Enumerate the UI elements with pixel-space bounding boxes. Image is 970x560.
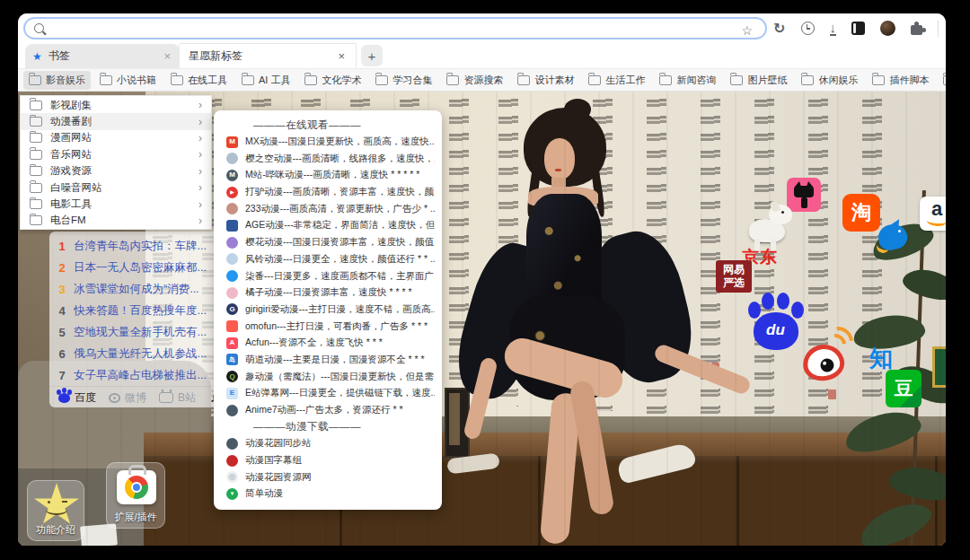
green-board: [932, 346, 946, 388]
bookmark-folder-3[interactable]: AI 工具: [236, 71, 295, 90]
baidu-paw-icon[interactable]: du: [746, 293, 806, 352]
folder-icon: [517, 75, 530, 85]
site-juzi[interactable]: 橘子动漫---日漫资源丰富，速度快 * * * *: [214, 284, 442, 302]
toolbar-divider: [938, 21, 939, 37]
site-ezhan[interactable]: EE站弹幕网---日漫更全，提供磁链下载，速度...: [214, 385, 442, 402]
site-mengdao[interactable]: 岛萌道动漫---主要是日漫，国漫资源不全 * * *: [214, 352, 442, 369]
paw-toe: [762, 293, 774, 310]
douban-char: 豆: [895, 376, 913, 401]
feature-intro-shortcut[interactable]: 功能介绍: [27, 480, 84, 541]
history-icon[interactable]: [801, 22, 815, 35]
new-tab-button[interactable]: +: [361, 45, 383, 66]
bookmark-folder-11[interactable]: 休闲娱乐: [796, 71, 863, 90]
dl-huayuan-res[interactable]: ◎动漫花园资源网: [214, 468, 442, 486]
close-icon[interactable]: ×: [336, 49, 347, 63]
weibo-icon[interactable]: [799, 332, 857, 386]
bookmark-folder-13[interactable]: 探索未知: [938, 71, 946, 90]
site-favicon: E: [226, 388, 238, 399]
woman-face: [544, 138, 575, 179]
bookmark-folder-9[interactable]: 新闻咨询: [654, 71, 721, 90]
hot-source-tabs: 百度 微博 B站 ♪: [49, 386, 225, 408]
tab-baidu[interactable]: 百度: [58, 390, 96, 406]
menu-item-anime[interactable]: 动漫番剧›: [21, 113, 211, 129]
star-wink-eye: [62, 501, 67, 503]
address-bar[interactable]: ☆: [23, 17, 767, 39]
site-233[interactable]: 233动漫---画质高清，资源更新快，广告少 * ...: [214, 200, 442, 217]
profile-avatar[interactable]: [880, 21, 895, 36]
bookmark-star-icon[interactable]: ☆: [741, 23, 753, 38]
hot-item[interactable]: 3冰雪课堂如何成为“消费...: [49, 278, 225, 300]
tab-weibo[interactable]: 微博: [109, 390, 146, 406]
rank-number: 5: [57, 326, 67, 339]
bookmark-folder-2[interactable]: 在线工具: [165, 71, 233, 90]
woman-hair: [524, 108, 606, 187]
bookmark-folder-7[interactable]: 设计素材: [512, 71, 579, 90]
site-qudongman[interactable]: Q趣动漫（需魔法）---国漫日漫更新快，但是需...: [214, 368, 442, 385]
hot-item[interactable]: 7女子早高峰占电梯被推出...: [49, 364, 225, 386]
white-cloth: [446, 453, 500, 475]
tab-bilibili[interactable]: B站: [159, 390, 196, 406]
bookmark-folder-10[interactable]: 图片壁纸: [725, 71, 792, 90]
bookmark-label: 资源搜索: [463, 74, 503, 87]
bookmark-folder-5[interactable]: 学习合集: [370, 71, 437, 90]
amazon-icon[interactable]: a: [920, 197, 946, 231]
site-yinghua[interactable]: 樱花动漫---国漫日漫资源丰富，速度快，颜值...: [214, 234, 442, 251]
tab-new-tab-page[interactable]: 星愿新标签 ×: [180, 44, 356, 68]
site-fengling[interactable]: 风铃动漫---日漫更全，速度快，颜值还行 * * ...: [214, 251, 442, 268]
bookmark-folder-8[interactable]: 生活工作: [583, 71, 650, 90]
address-input[interactable]: [44, 22, 765, 36]
extensions-icon[interactable]: [911, 25, 922, 35]
close-icon[interactable]: ×: [162, 49, 172, 63]
jd-icon[interactable]: 京东: [736, 203, 799, 267]
hot-item[interactable]: 4快来答题！百度热搜年度...: [49, 300, 225, 321]
bookmark-folder-6[interactable]: 资源搜索: [441, 71, 508, 90]
site-label: Acfun---资源不全，速度飞快 * * *: [245, 337, 383, 349]
site-dalv[interactable]: ▶打驴动漫---画质清晰，资源丰富，速度快，颜...: [214, 184, 442, 201]
bookmark-folder-1[interactable]: 小说书籍: [94, 71, 162, 90]
taobao-icon[interactable]: 淘: [842, 194, 880, 232]
sidebar-app-icon[interactable]: [851, 22, 865, 35]
site-mzhan[interactable]: MM站-哔咪动漫---画质清晰，速度快 * * * * *: [214, 167, 442, 184]
site-girigiri[interactable]: Ggirigiri爱动漫---主打日漫，速度不错，画质高...: [214, 302, 442, 319]
menu-item-manga[interactable]: 漫画网站›: [21, 130, 211, 146]
dl-huayuan-sync[interactable]: 动漫花园同步站: [214, 435, 442, 452]
menu-item-music[interactable]: 音乐网站›: [21, 146, 211, 162]
hot-item[interactable]: 2日本一无人岛密密麻麻都...: [49, 257, 225, 278]
bookmark-folder-0[interactable]: 影音娱乐: [23, 71, 91, 90]
bookmark-folder-4[interactable]: 文化学术: [299, 71, 366, 90]
site-favicon: M: [226, 136, 238, 148]
folder-icon: [29, 75, 41, 85]
hot-item[interactable]: 1台湾青年岛内实拍：车牌...: [49, 235, 225, 257]
refresh-icon[interactable]: ↻: [773, 22, 785, 36]
tab-bookmarks[interactable]: ★ 书签 ×: [25, 44, 180, 68]
menu-item-games[interactable]: 游戏资源›: [21, 163, 211, 179]
browser-window: ☆ ↻ ↓ ★ 书签 × 星愿新标签 × + 影音娱乐 小说书籍 在线工具 AI…: [18, 13, 946, 546]
amazon-a: a: [931, 201, 942, 217]
site-acfun[interactable]: AAcfun---资源不全，速度飞快 * * *: [214, 335, 442, 352]
dolphin-icon[interactable]: [877, 221, 911, 255]
site-mx[interactable]: MMX动漫---国漫日漫更新快，画质高，速度快...: [214, 134, 442, 151]
site-anime7[interactable]: Anime7动画---广告太多，资源还行 * *: [214, 402, 442, 419]
dl-jiandan[interactable]: ▼简单动漫: [214, 486, 442, 503]
download-icon[interactable]: ↓: [830, 21, 837, 36]
chevron-right-icon: ›: [198, 148, 202, 161]
douban-icon[interactable]: 豆: [886, 370, 922, 407]
site-age[interactable]: AGE动漫---非常稳定，界面简洁，速度快，但...: [214, 217, 442, 234]
zhihu-char: 知: [869, 345, 893, 372]
menu-item-radio-fm[interactable]: 电台FM›: [21, 213, 211, 229]
lips: [555, 169, 561, 171]
hot-item[interactable]: 6俄乌大量光纤无人机参战...: [49, 343, 225, 364]
site-yingzhikong[interactable]: 樱之空动漫---画质清晰，线路很多，速度快，...: [214, 150, 442, 167]
menu-item-movie-tools[interactable]: 电影工具›: [21, 196, 211, 212]
menu-item-whitenoise[interactable]: 白噪音网站›: [21, 179, 211, 196]
yanxuan-icon[interactable]: 网易严选: [716, 260, 752, 293]
dl-guozimuzu[interactable]: 动漫国字幕组: [214, 452, 442, 469]
hot-title: 台湾青年岛内实拍：车牌...: [74, 239, 207, 254]
calligraphy-scroll: [449, 97, 469, 438]
bookmark-folder-12[interactable]: 插件脚本: [867, 71, 934, 90]
site-omofun[interactable]: omofun---主打日漫，可看肉番，广告多 * * *: [214, 318, 442, 335]
extensions-shortcut[interactable]: 扩展/插件: [106, 462, 165, 529]
site-qifan[interactable]: 柒番---日漫更多，速度画质都不错，主界面广...: [214, 267, 442, 284]
menu-item-film-series[interactable]: 影视剧集›: [21, 97, 211, 113]
hot-item[interactable]: 5空地现大量全新手机壳有...: [49, 321, 225, 343]
